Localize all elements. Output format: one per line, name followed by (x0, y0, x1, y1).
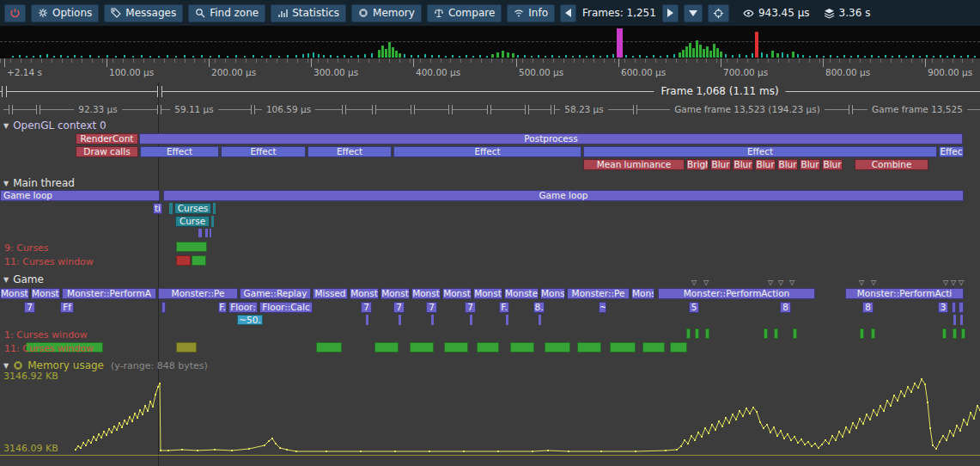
collapse-icon[interactable]: ▼ (3, 276, 9, 284)
zone[interactable]: RenderCont (76, 133, 138, 144)
zone[interactable] (959, 302, 964, 313)
zone[interactable] (366, 315, 368, 325)
zone[interactable]: 5 (689, 302, 699, 313)
zone[interactable] (506, 315, 508, 325)
zone[interactable]: Effect (583, 146, 937, 157)
plot-bar[interactable] (642, 342, 665, 353)
zone[interactable]: ~50. (237, 315, 263, 325)
message-marker-icon[interactable]: ▽ (859, 279, 864, 286)
plot-bar[interactable] (176, 342, 197, 353)
zone[interactable]: 7 (24, 302, 35, 313)
plot-bar[interactable] (610, 342, 636, 353)
zone[interactable]: Blur (733, 159, 753, 170)
zone[interactable] (431, 315, 434, 325)
section-header-game[interactable]: ▼ Game (3, 273, 44, 285)
zone[interactable]: Draw calls (76, 146, 138, 157)
plot-bar[interactable] (695, 328, 699, 339)
zone[interactable]: Monste (0, 288, 29, 299)
plot-bar[interactable] (871, 328, 875, 339)
zone[interactable]: F. (218, 302, 227, 313)
zone[interactable]: 3 (938, 302, 948, 313)
plot-bar[interactable] (176, 242, 207, 252)
zone[interactable] (960, 315, 963, 325)
plot-bar[interactable] (860, 328, 864, 339)
zone[interactable]: Monster::PerformA (62, 288, 156, 299)
section-header-main-thread[interactable]: ▼ Main thread (3, 177, 75, 189)
zone[interactable] (210, 229, 211, 237)
plot-bar[interactable] (477, 342, 499, 353)
message-marker-icon[interactable]: ▽ (943, 279, 948, 286)
plot-bar[interactable] (410, 342, 434, 353)
zone[interactable]: Blur (755, 159, 776, 170)
zone[interactable]: Monster::PerformAction (658, 288, 815, 299)
zone[interactable]: Brigh (686, 159, 709, 170)
plot-bar[interactable] (577, 342, 601, 353)
zone[interactable]: ti (153, 203, 162, 214)
plot-bar[interactable] (764, 328, 768, 339)
plot-bar[interactable] (953, 328, 957, 339)
message-marker-icon[interactable]: ▽ (959, 279, 964, 286)
zone[interactable]: 8 (780, 302, 791, 313)
plot-bar[interactable] (374, 342, 399, 353)
message-marker-icon[interactable]: ▽ (789, 279, 794, 286)
zone[interactable]: Combine (855, 159, 928, 170)
zone[interactable]: Monster::Pe (158, 288, 238, 299)
message-marker-icon[interactable]: ▽ (691, 279, 697, 286)
zone[interactable] (198, 229, 202, 237)
plot-bar[interactable] (545, 342, 570, 353)
zone[interactable]: Blur (822, 159, 843, 170)
zone[interactable] (952, 302, 956, 313)
plot-bar[interactable] (961, 328, 965, 339)
zone[interactable]: ~ (599, 302, 606, 313)
zone[interactable]: Curse (175, 216, 210, 227)
plot-bar[interactable] (793, 328, 797, 339)
section-header-opengl[interactable]: ▼ OpenGL context 0 (3, 120, 107, 132)
zone[interactable] (953, 315, 956, 325)
zone[interactable]: Monster::PerformActi (845, 288, 964, 299)
zone[interactable]: Game loop (0, 190, 160, 201)
zone[interactable] (539, 315, 541, 325)
zone[interactable]: Effect (307, 146, 392, 157)
zone[interactable]: Floor::Calc (259, 302, 313, 313)
plot-bar[interactable] (686, 328, 691, 339)
zone[interactable]: 8 (862, 302, 873, 313)
collapse-icon[interactable]: ▼ (3, 180, 9, 187)
zone[interactable]: Blur (777, 159, 798, 170)
zone[interactable]: 7 (361, 302, 372, 313)
message-marker-icon[interactable]: ▽ (871, 279, 876, 286)
plot-bar[interactable] (942, 328, 947, 339)
plot-bar[interactable] (670, 342, 687, 353)
message-marker-icon[interactable]: ▽ (703, 279, 709, 286)
zone[interactable]: Floor: (228, 302, 258, 313)
plot-bar[interactable] (192, 255, 206, 266)
zone[interactable]: F. (499, 302, 509, 313)
zone[interactable] (213, 203, 216, 214)
zone[interactable]: Effect (393, 146, 581, 157)
zone[interactable]: Effect (221, 146, 306, 157)
zone[interactable]: Monst (473, 288, 502, 299)
zone[interactable]: 8. (533, 302, 545, 313)
message-marker-icon[interactable]: ▽ (951, 279, 956, 286)
zone[interactable]: Monste (504, 288, 539, 299)
plot-bar[interactable] (316, 342, 342, 353)
zone[interactable]: Monst (380, 288, 410, 299)
zone[interactable] (161, 302, 166, 313)
zone[interactable]: Monst (350, 288, 379, 299)
memory-usage-plot[interactable] (0, 370, 980, 466)
collapse-icon[interactable]: ▼ (3, 362, 9, 370)
zone[interactable]: Effect (140, 146, 219, 157)
plot-bar[interactable] (705, 328, 709, 339)
plot-bar[interactable] (774, 328, 778, 339)
collapse-icon[interactable]: ▼ (3, 122, 9, 130)
zone[interactable]: Monst (442, 288, 472, 299)
zone[interactable]: Blur (800, 159, 820, 170)
zone[interactable] (470, 315, 472, 325)
zone[interactable]: Mons (540, 288, 565, 299)
zone[interactable]: 7 (393, 302, 405, 313)
zone[interactable]: Monst (411, 288, 441, 299)
zone[interactable]: Curses (174, 203, 211, 214)
zone[interactable]: Missed (313, 288, 348, 299)
zone[interactable] (169, 203, 173, 214)
zone[interactable] (211, 216, 214, 227)
zone[interactable]: Postprocess (139, 133, 963, 144)
